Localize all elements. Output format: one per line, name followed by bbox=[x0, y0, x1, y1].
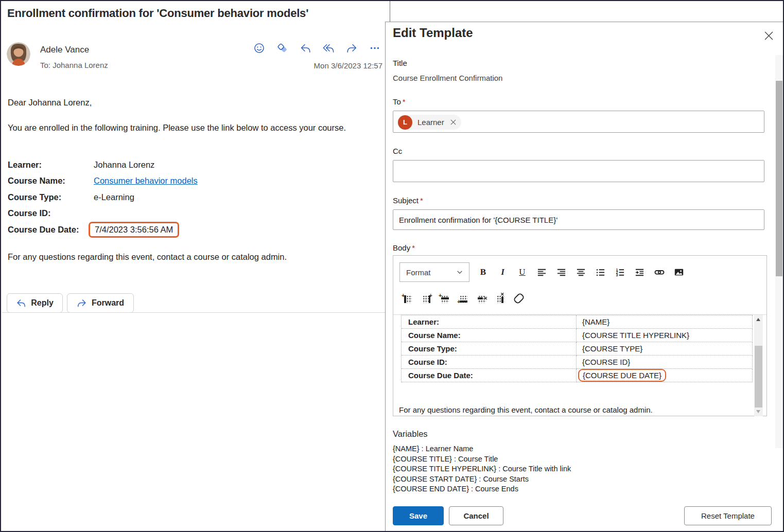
variables-heading: Variables bbox=[393, 429, 428, 439]
to-input[interactable]: L Learner bbox=[393, 111, 764, 133]
course-name-link[interactable]: Consumer behavior models bbox=[94, 176, 198, 186]
detail-value: Johanna Lorenz bbox=[94, 160, 154, 170]
reading-pane-divider bbox=[2, 312, 390, 313]
reactions-smiley-icon[interactable] bbox=[253, 42, 265, 54]
table-toolbar: + + + + ✕ bbox=[402, 290, 525, 307]
link-button[interactable] bbox=[653, 265, 665, 279]
svg-text:3: 3 bbox=[616, 273, 618, 277]
align-left-button[interactable] bbox=[536, 265, 548, 279]
email-subject-title: Enrollment confirmation for 'Consumer be… bbox=[7, 7, 308, 20]
variable-item: {COURSE TITLE HYPERLINK} : Course Title … bbox=[393, 464, 571, 474]
insert-row-above-button[interactable]: + bbox=[439, 292, 451, 305]
numbered-list-button[interactable]: 1 2 3 bbox=[614, 265, 626, 279]
template-row-value: {COURSE TYPE} bbox=[577, 342, 753, 356]
eraser-button[interactable] bbox=[513, 292, 525, 305]
editor-scrollbar[interactable] bbox=[754, 315, 763, 416]
format-dropdown[interactable]: Format bbox=[399, 262, 469, 282]
cc-input[interactable] bbox=[393, 160, 764, 182]
detail-value: e-Learning bbox=[94, 192, 134, 202]
top-divider bbox=[390, 1, 390, 22]
chip-avatar: L bbox=[398, 115, 412, 130]
template-due-date-highlight: {COURSE DUE DATE} bbox=[578, 369, 666, 382]
due-date-value: 7/4/2023 3:56:56 AM bbox=[95, 225, 173, 234]
template-table[interactable]: Learner: {NAME} Course Name: {COURSE TIT… bbox=[401, 315, 753, 382]
detail-row: Course Type: e-Learning bbox=[8, 189, 134, 205]
template-row-label: Course Due Date: bbox=[402, 369, 577, 382]
subject-input[interactable]: Enrollment confirmation for '{COURSE TIT… bbox=[393, 209, 764, 230]
detail-row: Course Name: Consumer behavior models bbox=[8, 173, 198, 189]
edit-template-panel: Edit Template Title Course Enrollment Co… bbox=[385, 22, 784, 532]
save-button[interactable]: Save bbox=[393, 506, 444, 525]
cc-label: Cc bbox=[393, 147, 402, 155]
detail-label: Course Due Date: bbox=[8, 225, 94, 235]
required-asterisk: * bbox=[403, 97, 406, 106]
recipient-chip[interactable]: L Learner bbox=[397, 115, 461, 130]
bold-button[interactable]: B bbox=[477, 265, 489, 279]
reply-icon[interactable] bbox=[299, 42, 311, 54]
align-center-button[interactable] bbox=[575, 265, 587, 279]
body-label: Body* bbox=[393, 243, 415, 252]
template-row-value: {COURSE DUE DATE} bbox=[577, 369, 753, 382]
required-asterisk: * bbox=[420, 196, 423, 205]
editor-scrollbar-thumb[interactable] bbox=[755, 346, 762, 407]
forward-button[interactable]: Forward bbox=[67, 293, 134, 313]
scroll-down-icon[interactable] bbox=[756, 410, 760, 413]
detail-label: Course Name: bbox=[8, 176, 94, 186]
variable-item: {COURSE END DATE} : Course Ends bbox=[393, 484, 571, 494]
insert-row-below-button[interactable]: + bbox=[457, 292, 469, 305]
reply-button-label: Reply bbox=[31, 298, 54, 308]
detail-row: Course ID: bbox=[8, 205, 94, 221]
align-right-button[interactable] bbox=[555, 265, 567, 279]
delete-column-button[interactable]: ✕ bbox=[494, 292, 507, 305]
bullet-list-button[interactable] bbox=[595, 265, 606, 279]
close-icon bbox=[764, 31, 773, 40]
email-greeting: Dear Johanna Lorenz, bbox=[8, 98, 92, 108]
reply-arrow-icon bbox=[16, 298, 26, 308]
forward-arrow-icon bbox=[77, 298, 87, 308]
indent-button[interactable] bbox=[634, 265, 646, 279]
image-button[interactable] bbox=[673, 265, 685, 279]
email-intro: You are enrolled in the following traini… bbox=[8, 120, 381, 135]
editor-footer-text: For any questions regarding this event, … bbox=[399, 405, 653, 414]
close-button[interactable] bbox=[763, 30, 774, 41]
subject-input-value: Enrollment confirmation for '{COURSE TIT… bbox=[399, 216, 557, 224]
panel-scrollbar[interactable] bbox=[775, 55, 783, 448]
scroll-up-icon[interactable] bbox=[756, 318, 760, 321]
insert-column-right-button[interactable]: + bbox=[420, 292, 432, 305]
template-row-value: {COURSE TITLE HYPERLINK} bbox=[577, 329, 753, 342]
delete-row-button[interactable]: ✕ bbox=[476, 292, 488, 305]
panel-title: Edit Template bbox=[393, 26, 473, 40]
detail-label: Course Type: bbox=[8, 192, 94, 202]
template-row-label: Learner: bbox=[402, 315, 577, 329]
detail-row: Learner: Johanna Lorenz bbox=[8, 157, 154, 173]
underline-button[interactable]: U bbox=[516, 265, 528, 279]
chip-remove-icon[interactable] bbox=[450, 119, 457, 126]
loop-icon[interactable] bbox=[276, 42, 288, 54]
format-dropdown-value: Format bbox=[406, 268, 431, 277]
template-row-value: {NAME} bbox=[577, 315, 753, 329]
cancel-button[interactable]: Cancel bbox=[449, 506, 503, 525]
chevron-down-icon bbox=[456, 268, 464, 276]
panel-scrollbar-thumb[interactable] bbox=[776, 81, 782, 276]
sender-avatar[interactable] bbox=[7, 42, 30, 66]
variable-item: {COURSE TITLE} : Course Title bbox=[393, 454, 571, 465]
reply-all-icon[interactable] bbox=[322, 42, 335, 54]
more-options-icon[interactable] bbox=[369, 42, 381, 54]
recipient-line: To: Johanna Lorenz bbox=[40, 61, 108, 69]
reset-template-button[interactable]: Reset Template bbox=[684, 506, 772, 525]
reply-button[interactable]: Reply bbox=[7, 293, 63, 313]
template-row-value: {COURSE ID} bbox=[577, 356, 753, 369]
subject-label: Subject* bbox=[393, 196, 423, 205]
variable-item: {COURSE START DATE} : Course Starts bbox=[393, 474, 571, 485]
italic-button[interactable]: I bbox=[497, 265, 509, 279]
variable-item: {NAME} : Learner Name bbox=[393, 444, 571, 454]
forward-icon[interactable] bbox=[345, 42, 358, 54]
message-toolbar bbox=[253, 42, 381, 54]
detail-row: Course Due Date: 7/4/2023 3:56:56 AM bbox=[8, 222, 179, 238]
format-toolbar: B I U bbox=[477, 262, 685, 282]
insert-column-left-button[interactable]: + bbox=[402, 292, 414, 305]
detail-label: Course ID: bbox=[8, 208, 94, 218]
title-value: Course Enrollment Confirmation bbox=[393, 74, 502, 82]
to-label: To* bbox=[393, 97, 406, 106]
template-row-label: Course ID: bbox=[402, 356, 577, 369]
